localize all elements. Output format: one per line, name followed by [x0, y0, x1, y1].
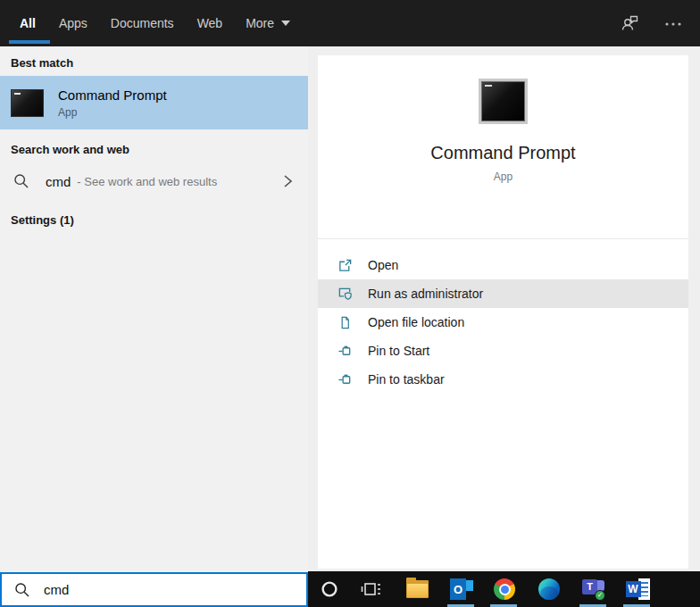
edge-icon	[538, 578, 560, 600]
action-pin-to-taskbar[interactable]: Pin to taskbar	[318, 365, 688, 394]
file-explorer-icon	[406, 580, 429, 598]
action-open-file-location[interactable]: Open file location	[318, 308, 688, 337]
chevron-right-icon	[281, 174, 294, 188]
action-label: Pin to Start	[368, 344, 429, 358]
preview-pane: Command Prompt App Open	[318, 55, 688, 569]
file-explorer-button[interactable]	[401, 571, 433, 607]
app-title: Command Prompt	[318, 143, 688, 163]
settings-header: Settings (1)	[11, 213, 297, 227]
chrome-icon	[494, 578, 515, 600]
action-label: Open file location	[368, 315, 464, 329]
search-results-panel: Best match Command Prompt App Search wor…	[0, 46, 308, 572]
tab-apps[interactable]: Apps	[59, 16, 88, 30]
tab-more[interactable]: More	[246, 16, 290, 30]
best-match-header: Best match	[11, 46, 297, 70]
search-icon	[13, 581, 31, 599]
web-query-text: cmd	[46, 174, 71, 189]
search-filter-bar: All Apps Documents Web More	[0, 0, 700, 46]
taskbar: O T ✓ W	[308, 571, 700, 607]
run-as-admin-shield-icon	[338, 287, 353, 302]
open-icon	[338, 258, 353, 273]
taskbar-search-box[interactable]	[0, 572, 308, 607]
app-subtitle: App	[318, 170, 688, 183]
active-tab-indicator	[9, 40, 50, 44]
command-prompt-icon	[11, 89, 44, 117]
word-button[interactable]: W	[621, 571, 654, 607]
teams-status-badge: ✓	[595, 590, 605, 601]
task-view-icon	[360, 578, 383, 601]
windows-search-flyout: All Apps Documents Web More Best ma	[0, 0, 700, 607]
result-title: Command Prompt	[58, 87, 167, 103]
tab-web[interactable]: Web	[197, 16, 223, 30]
preview-pane-region: Command Prompt App Open	[308, 46, 700, 571]
outlook-icon: O	[450, 578, 473, 600]
context-actions-list: Open Run as administrator Open file loca…	[318, 239, 688, 394]
result-subtitle: App	[58, 106, 167, 119]
command-prompt-icon	[479, 79, 528, 124]
search-web-header: Search work and web	[11, 143, 297, 156]
app-preview-header: Command Prompt App	[318, 79, 688, 239]
search-input[interactable]	[44, 582, 267, 597]
best-match-result-command-prompt[interactable]: Command Prompt App	[0, 76, 308, 129]
action-open[interactable]: Open	[318, 251, 688, 279]
teams-icon: T ✓	[582, 578, 605, 601]
cortana-icon	[319, 578, 340, 600]
chrome-button[interactable]	[488, 571, 521, 607]
filter-tabs: All Apps Documents Web More	[20, 0, 290, 46]
more-options-ellipsis-icon[interactable]	[662, 12, 684, 34]
search-icon	[12, 172, 30, 190]
action-pin-to-start[interactable]: Pin to Start	[318, 337, 688, 365]
action-label: Open	[368, 258, 398, 272]
tab-documents[interactable]: Documents	[111, 16, 174, 30]
web-search-result[interactable]: cmd - See work and web results	[0, 163, 308, 199]
edge-button[interactable]	[533, 571, 565, 607]
file-location-icon	[338, 315, 353, 330]
task-view-button[interactable]	[355, 571, 388, 607]
feedback-icon[interactable]	[620, 12, 641, 34]
cortana-button[interactable]	[313, 571, 346, 607]
web-hint-text: - See work and web results	[77, 175, 217, 188]
action-run-as-administrator[interactable]: Run as administrator	[318, 279, 688, 308]
pin-icon	[338, 344, 353, 359]
teams-button[interactable]: T ✓	[578, 571, 610, 607]
outlook-button[interactable]: O	[446, 571, 478, 607]
tab-all[interactable]: All	[20, 16, 36, 30]
word-icon: W	[626, 578, 650, 600]
pin-icon	[338, 372, 353, 387]
action-label: Pin to taskbar	[368, 372, 445, 387]
action-label: Run as administrator	[368, 287, 483, 301]
tab-more-label: More	[246, 16, 274, 30]
chevron-down-icon	[281, 21, 290, 26]
